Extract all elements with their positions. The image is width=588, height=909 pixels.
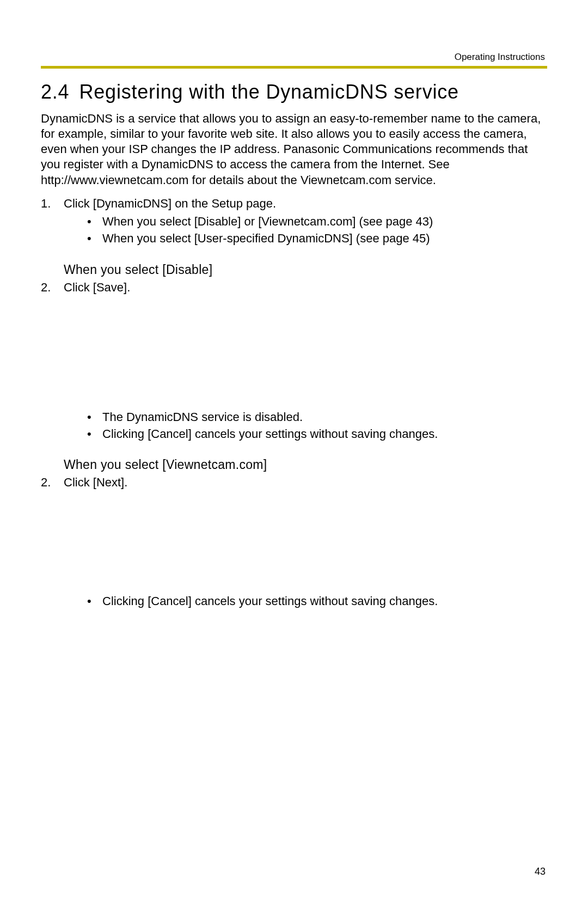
section-number: 2.4 (41, 81, 69, 103)
list-item-text: The DynamicDNS service is disabled. (102, 409, 303, 426)
list-item: • Clicking [Cancel] cancels your setting… (87, 593, 547, 610)
subheading-disable: When you select [Disable] (64, 263, 547, 277)
list-item: • Clicking [Cancel] cancels your setting… (87, 426, 547, 443)
section-heading: 2.4Registering with the DynamicDNS servi… (41, 81, 547, 103)
list-item-text: When you select [User-specified DynamicD… (102, 230, 430, 247)
step-marker: 2. (41, 474, 64, 491)
list-item: • When you select [Disable] or [Viewnetc… (87, 213, 547, 230)
list-item-text: When you select [Disable] or [Viewnetcam… (102, 213, 433, 230)
step-text: Click [Save]. (64, 279, 547, 296)
section-title-text: Registering with the DynamicDNS service (79, 81, 458, 103)
steps-list: 1. Click [DynamicDNS] on the Setup page.… (41, 196, 547, 610)
page-number: 43 (535, 866, 546, 877)
step-2-viewnetcam: 2. Click [Next]. (41, 474, 547, 491)
list-item: • The DynamicDNS service is disabled. (87, 409, 547, 426)
step-2-disable: 2. Click [Save]. (41, 279, 547, 296)
step-text: Click [Next]. (64, 474, 547, 491)
figure-placeholder (41, 298, 547, 407)
disable-notes: • The DynamicDNS service is disabled. • … (87, 409, 547, 443)
intro-paragraph: DynamicDNS is a service that allows you … (41, 111, 547, 188)
document-page: Operating Instructions 2.4Registering wi… (0, 0, 588, 909)
bullet-icon: • (87, 230, 102, 247)
step-1: 1. Click [DynamicDNS] on the Setup page.… (41, 196, 547, 247)
bullet-icon: • (87, 593, 102, 610)
viewnetcam-notes: • Clicking [Cancel] cancels your setting… (87, 593, 547, 610)
bullet-icon: • (87, 213, 102, 230)
list-item-text: Clicking [Cancel] cancels your settings … (102, 426, 438, 443)
figure-placeholder (41, 493, 547, 591)
bullet-icon: • (87, 426, 102, 443)
step-marker: 2. (41, 279, 64, 296)
step-1-sublist: • When you select [Disable] or [Viewnetc… (87, 213, 547, 247)
list-item: • When you select [User-specified Dynami… (87, 230, 547, 247)
header-doc-label: Operating Instructions (41, 52, 547, 63)
header-rule (41, 66, 547, 69)
step-text: Click [DynamicDNS] on the Setup page. (64, 196, 547, 212)
list-item-text: Clicking [Cancel] cancels your settings … (102, 593, 438, 610)
bullet-icon: • (87, 409, 102, 426)
step-marker: 1. (41, 196, 64, 212)
subheading-viewnetcam: When you select [Viewnetcam.com] (64, 457, 547, 472)
